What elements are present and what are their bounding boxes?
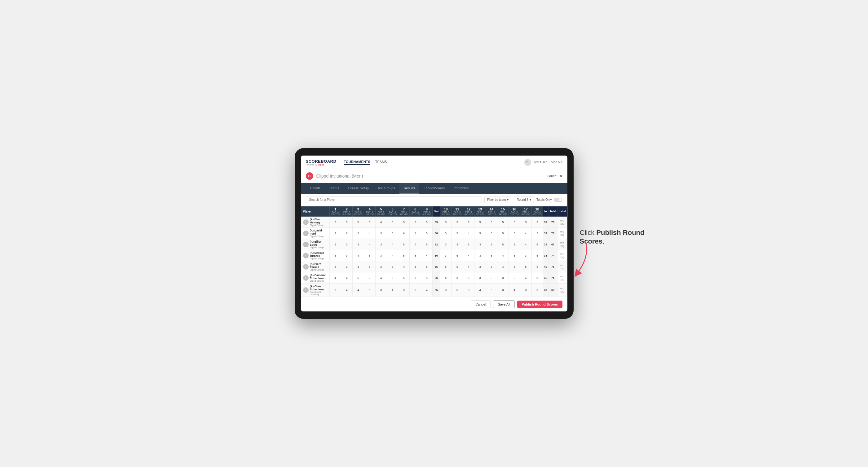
cancel-link[interactable]: Cancel [547,174,557,178]
totals-toggle-switch[interactable] [554,198,562,202]
score-hole-12[interactable]: 5 [463,239,474,250]
score-hole-5[interactable]: 3 [375,228,387,239]
score-hole-9[interactable]: 4 [421,250,433,261]
score-hole-10[interactable]: 5 [440,261,452,272]
score-hole-1[interactable]: 3 [330,261,341,272]
score-hole-18[interactable]: 3 [531,272,543,284]
score-hole-15[interactable]: 3 [497,272,509,284]
score-hole-8[interactable]: 3 [410,250,421,261]
tab-teams[interactable]: Teams [325,183,343,194]
score-hole-8[interactable]: 4 [410,239,421,250]
score-hole-7[interactable]: 5 [398,272,410,284]
score-hole-6[interactable]: 5 [387,261,398,272]
score-hole-9[interactable]: 5 [421,239,433,250]
score-hole-12[interactable]: 5 [463,272,474,284]
score-hole-13[interactable]: 3 [474,272,486,284]
score-hole-7[interactable]: 6 [398,228,410,239]
publish-round-scores-button[interactable]: Publish Round Scores [517,301,562,308]
score-hole-14[interactable]: 3 [486,228,497,239]
score-hole-14[interactable]: 3 [486,250,497,261]
score-hole-4[interactable]: 5 [364,284,375,297]
score-hole-13[interactable]: 4 [474,284,486,297]
cancel-button[interactable]: Cancel [471,300,491,308]
tab-course-setup[interactable]: Course Setup [344,183,373,194]
score-hole-2[interactable]: 6 [341,228,352,239]
score-hole-18[interactable]: 5 [531,250,543,261]
score-hole-9[interactable]: 5 [421,217,433,228]
score-hole-4[interactable]: 5 [364,250,375,261]
score-hole-17[interactable]: 3 [520,250,531,261]
score-hole-3[interactable]: 3 [352,239,364,250]
score-hole-8[interactable]: 4 [410,228,421,239]
score-hole-6[interactable]: 4 [387,250,398,261]
score-hole-15[interactable]: 5 [497,217,509,228]
score-hole-3[interactable]: 3 [352,228,364,239]
score-hole-11[interactable]: 3 [452,239,463,250]
score-hole-11[interactable]: 5 [452,261,463,272]
score-hole-16[interactable]: 3 [508,239,520,250]
score-hole-10[interactable]: 3 [440,217,452,228]
score-hole-14[interactable]: 5 [486,284,497,297]
score-hole-7[interactable]: 5 [398,250,410,261]
score-hole-15[interactable]: 4 [497,261,509,272]
score-hole-16[interactable]: 3 [508,228,520,239]
score-hole-11[interactable]: 5 [452,284,463,297]
score-hole-18[interactable]: 3 [531,217,543,228]
score-hole-9[interactable]: 5 [421,261,433,272]
score-hole-13[interactable]: 5 [474,228,486,239]
score-hole-15[interactable]: 5 [497,228,509,239]
score-hole-18[interactable]: 3 [531,284,543,297]
score-hole-16[interactable]: 3 [508,261,520,272]
score-hole-6[interactable]: 3 [387,272,398,284]
score-hole-1[interactable]: 4 [330,272,341,284]
score-hole-9[interactable]: 5 [421,272,433,284]
score-hole-17[interactable]: 4 [520,239,531,250]
score-hole-5[interactable]: 3 [375,284,387,297]
score-hole-12[interactable]: 4 [463,250,474,261]
score-hole-2[interactable]: 4 [341,272,352,284]
score-hole-15[interactable]: 4 [497,250,509,261]
tab-leaderboards[interactable]: Leaderboards [419,183,449,194]
close-icon[interactable]: ✕ [559,174,562,178]
score-hole-5[interactable]: 4 [375,272,387,284]
score-hole-10[interactable]: 3 [440,250,452,261]
score-hole-8[interactable]: 3 [410,261,421,272]
score-hole-14[interactable]: 3 [486,272,497,284]
score-hole-5[interactable]: 3 [375,250,387,261]
score-hole-18[interactable]: 5 [531,228,543,239]
score-hole-5[interactable]: 4 [375,217,387,228]
score-hole-3[interactable]: 4 [352,250,364,261]
score-hole-4[interactable]: 5 [364,217,375,228]
score-hole-2[interactable]: 3 [341,261,352,272]
score-hole-3[interactable]: 5 [352,217,364,228]
score-hole-6[interactable]: 4 [387,239,398,250]
score-hole-7[interactable]: 3 [398,284,410,297]
score-hole-11[interactable]: 5 [452,228,463,239]
score-hole-16[interactable]: 5 [508,250,520,261]
tab-details[interactable]: Details [306,183,325,194]
score-hole-4[interactable]: 3 [364,272,375,284]
tab-printables[interactable]: Printables [449,183,473,194]
sign-out-link[interactable]: Sign out [551,160,562,164]
score-hole-6[interactable]: 3 [387,217,398,228]
save-all-button[interactable]: Save All [493,300,515,308]
round-selector[interactable]: Round 3 ▾ [514,196,534,203]
score-hole-1[interactable]: 5 [330,239,341,250]
score-hole-2[interactable]: 4 [341,284,352,297]
score-hole-2[interactable]: 3 [341,217,352,228]
filter-by-team[interactable]: Filter by team ▾ [484,196,512,203]
score-hole-16[interactable]: 5 [508,272,520,284]
score-hole-17[interactable]: 3 [520,217,531,228]
score-hole-9[interactable]: 5 [421,228,433,239]
score-hole-2[interactable]: 3 [341,239,352,250]
score-hole-3[interactable]: 4 [352,284,364,297]
score-hole-10[interactable]: 3 [440,228,452,239]
score-hole-12[interactable]: 4 [463,261,474,272]
score-hole-17[interactable]: 4 [520,272,531,284]
score-hole-4[interactable]: 5 [364,261,375,272]
score-hole-18[interactable]: 6 [531,261,543,272]
score-hole-17[interactable]: 3 [520,284,531,297]
score-hole-1[interactable]: 5 [330,250,341,261]
score-hole-12[interactable]: 4 [463,228,474,239]
score-hole-14[interactable]: 3 [486,239,497,250]
